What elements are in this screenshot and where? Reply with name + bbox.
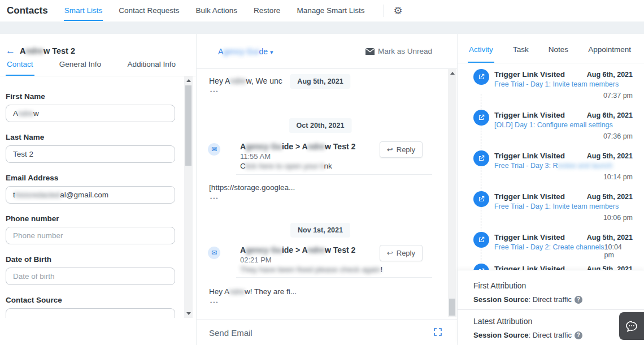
- activity-entry-time: 07:37 pm: [494, 92, 633, 100]
- trigger-link[interactable]: Free Trial - Day 1: Invite team members: [494, 80, 619, 88]
- activity-tab-task[interactable]: Task: [512, 45, 530, 63]
- external-link-icon: [473, 69, 489, 85]
- message-list: Hey Andrew, We unc Aug 5th, 2021 ••• Oct…: [197, 69, 448, 320]
- activity-entry-title: Trigger Link Visited: [494, 111, 565, 119]
- external-link-icon: [473, 191, 489, 207]
- message-sender: Agency Guide > Andrew Test 2: [240, 142, 355, 151]
- nav-tab-manage-smart-lists[interactable]: Manage Smart Lists: [296, 1, 365, 21]
- send-email-tab[interactable]: Send Email: [209, 328, 253, 338]
- message-subject: They have been fixed please check again!: [240, 265, 382, 274]
- message-body: Hey Andrew! They are fi...: [209, 287, 297, 296]
- scrollbar-thumb[interactable]: [185, 85, 192, 166]
- attribution-section: First Attribution Session Source: Direct…: [458, 270, 644, 345]
- message-body: [https://storage.googlea...: [209, 183, 295, 192]
- field-input-email-address[interactable]: thisisredactedal@gmail.com: [6, 186, 175, 204]
- contact-tab-contact[interactable]: Contact: [6, 55, 34, 76]
- external-link-icon: [473, 110, 489, 126]
- help-icon[interactable]: ?: [575, 296, 582, 304]
- activity-entry-date: Aug 5th, 2021: [587, 265, 633, 270]
- activity-tabs: ActivityTaskNotesAppointment: [458, 34, 644, 63]
- field-label-phone-number: Phone number: [6, 214, 175, 223]
- activity-tab-appointment[interactable]: Appointment: [587, 45, 632, 63]
- contact-name: Andrew Test 2: [20, 46, 75, 55]
- activity-entry: Trigger Link VisitedAug 6th, 2021Free Tr…: [458, 70, 644, 100]
- nav-tab-contact-requests[interactable]: Contact Requests: [118, 1, 180, 21]
- activity-panel: ActivityTaskNotesAppointment Trigger Lin…: [458, 34, 644, 345]
- field-placeholder: Date of birth: [13, 272, 55, 281]
- message-divider: [236, 277, 432, 278]
- field-value: Test 2: [13, 150, 33, 158]
- trigger-link[interactable]: Free Trial - Day 1: Invite team members: [494, 202, 619, 210]
- email-from-selector[interactable]: Agency Guide▾: [218, 47, 273, 56]
- field-input-date-of-birth[interactable]: Date of birth: [6, 268, 175, 285]
- conversation-panel: Agency Guide▾ Mark as Unread Hey Andrew,…: [197, 34, 458, 345]
- message-divider: [236, 174, 432, 175]
- activity-entry-time: 10:04 pm: [604, 243, 633, 259]
- nav-tab-bulk-actions[interactable]: Bulk Actions: [195, 1, 238, 21]
- contact-tab-general-info[interactable]: General Info: [58, 55, 102, 76]
- message-time: 02:21 PM: [240, 256, 272, 264]
- conversation-scrollbar[interactable]: [448, 69, 456, 317]
- reply-button[interactable]: ↩Reply: [380, 245, 423, 261]
- expand-icon[interactable]: [433, 327, 442, 339]
- trigger-link[interactable]: Free Trial - Day 3: Review and launch: [494, 162, 612, 170]
- reply-icon: ↩: [387, 249, 393, 257]
- page-band: [0, 21, 644, 34]
- field-input-phone-number[interactable]: Phone number: [6, 227, 175, 244]
- activity-entry-title: Trigger Link Visited: [494, 70, 565, 79]
- external-link-icon: [473, 232, 489, 248]
- field-input-first-name[interactable]: Andrew: [6, 105, 175, 122]
- field-input-last-name[interactable]: Test 2: [6, 145, 175, 163]
- field-value: thisisredactedal@gmail.com: [13, 191, 108, 199]
- from-email: Agency Guide: [218, 47, 268, 56]
- external-link-icon: [473, 264, 489, 270]
- contact-tab-additional-info[interactable]: Additional Info: [126, 55, 177, 76]
- contact-scrollbar[interactable]: [184, 76, 193, 318]
- date-chip: Aug 5th, 2021: [290, 74, 350, 89]
- email-message-icon: ✉: [208, 247, 220, 259]
- field-input-contact-source[interactable]: [6, 308, 175, 318]
- gear-icon[interactable]: ⚙: [393, 6, 402, 16]
- activity-entry-date: Aug 5th, 2021: [587, 193, 633, 201]
- trigger-link[interactable]: [OLD] Day 1: Configure email settings: [494, 121, 613, 129]
- activity-tab-activity[interactable]: Activity: [468, 45, 494, 63]
- scroll-up-arrow[interactable]: [184, 77, 193, 84]
- activity-timeline: Trigger Link VisitedAug 6th, 2021Free Tr…: [458, 63, 644, 270]
- nav-tab-smart-lists[interactable]: Smart Lists: [64, 1, 103, 21]
- session-source-label: Session Source: [473, 331, 529, 339]
- conversation-header: Agency Guide▾ Mark as Unread: [197, 34, 457, 69]
- chat-widget-button[interactable]: [619, 312, 644, 340]
- scroll-down-arrow[interactable]: [184, 310, 193, 317]
- activity-entry-time: 10:06 pm: [494, 214, 633, 222]
- help-icon[interactable]: ?: [575, 331, 582, 339]
- activity-entry-date: Aug 6th, 2021: [587, 111, 633, 119]
- latest-attribution-line: Session Source: Direct traffic ?: [473, 331, 644, 339]
- first-attribution-heading: First Attribution: [473, 281, 644, 290]
- scroll-up-arrow[interactable]: [448, 70, 456, 77]
- nav-tabs: Smart ListsContact RequestsBulk ActionsR…: [64, 0, 381, 21]
- latest-attribution-heading: Latest Attribution: [473, 317, 644, 326]
- contact-panel-header: ← Andrew Test 2 ContactGeneral InfoAddit…: [0, 34, 196, 76]
- activity-entry: Trigger Link VisitedAug 5th, 2021Free Tr…: [458, 233, 644, 259]
- show-more-button[interactable]: •••: [210, 300, 219, 305]
- scrollbar-thumb[interactable]: [449, 299, 455, 316]
- top-nav: Contacts Smart ListsContact RequestsBulk…: [0, 0, 644, 21]
- chat-bubble-icon: [625, 320, 638, 333]
- nav-tab-restore[interactable]: Restore: [253, 1, 281, 21]
- activity-entry-date: Aug 5th, 2021: [587, 234, 633, 241]
- field-label-last-name: Last Name: [6, 133, 175, 141]
- back-icon[interactable]: ←: [6, 45, 15, 57]
- activity-entry-title: Trigger Link Visited: [494, 265, 565, 270]
- mark-as-unread-button[interactable]: Mark as Unread: [365, 47, 432, 55]
- field-label-date-of-birth: Date of Birth: [6, 255, 175, 264]
- show-more-button[interactable]: •••: [210, 89, 219, 94]
- trigger-link[interactable]: Free Trial - Day 2: Create channels: [494, 243, 604, 251]
- show-more-button[interactable]: •••: [210, 196, 219, 201]
- reply-button[interactable]: ↩Reply: [380, 141, 423, 158]
- reply-icon: ↩: [387, 145, 393, 154]
- date-chip: Nov 1st, 2021: [290, 223, 350, 238]
- activity-entry-date: Aug 6th, 2021: [587, 71, 633, 79]
- external-link-icon: [473, 150, 489, 166]
- field-label-contact-source: Contact Source: [6, 296, 175, 304]
- activity-tab-notes[interactable]: Notes: [547, 45, 569, 63]
